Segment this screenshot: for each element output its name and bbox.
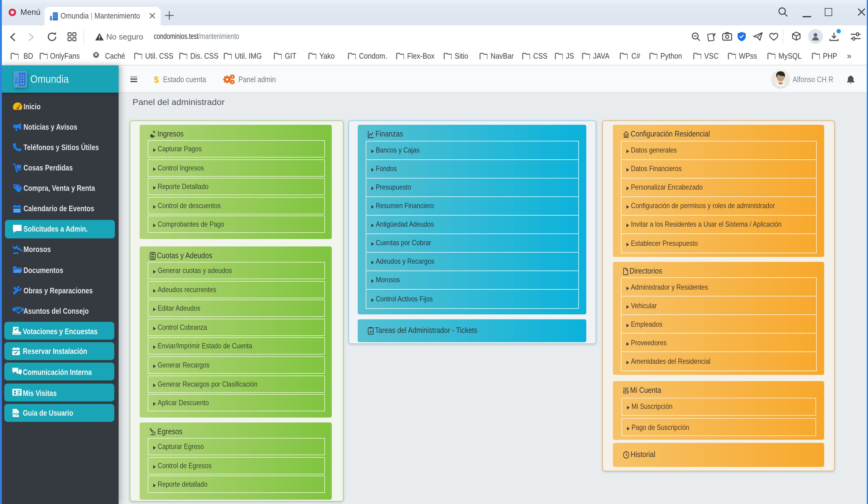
svg-text:PDF: PDF <box>13 412 20 416</box>
